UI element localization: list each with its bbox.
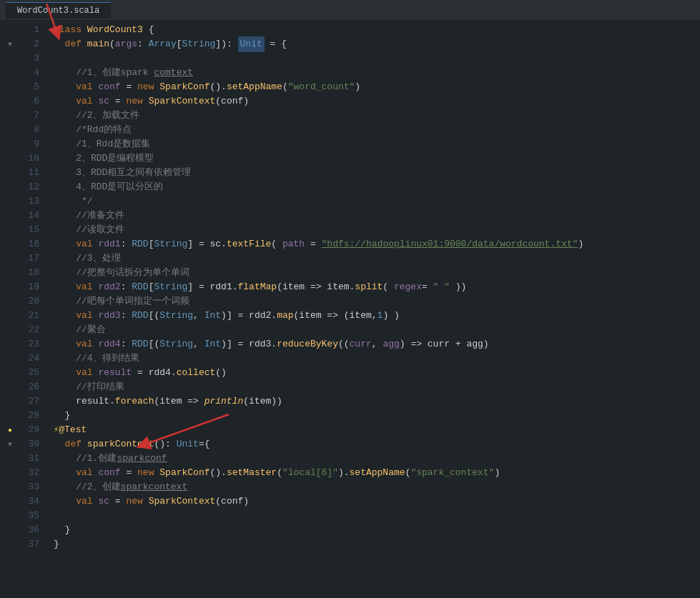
line-24: //4、得到结果 (54, 352, 700, 366)
line-36: } (54, 523, 700, 537)
gutter-26 (5, 380, 15, 394)
gutter-5 (5, 80, 15, 94)
file-tab[interactable]: WordCount3.scala (6, 2, 111, 19)
code-editor: WordCount3.scala ▼ (0, 0, 700, 598)
line-16: val rdd1: RDD[String] = sc.textFile( pat… (54, 237, 700, 251)
gutter-27 (5, 394, 15, 409)
line-8: /*Rdd的特点 (54, 123, 700, 137)
gutter-23 (5, 337, 15, 352)
line-17: //3、处理 (54, 251, 700, 266)
line-21: val rdd3: RDD[(String, Int)] = rdd2.map(… (54, 309, 700, 323)
line-35 (54, 509, 700, 523)
gutter-32 (5, 466, 15, 480)
line-18: //把整句话拆分为单个单词 (54, 266, 700, 280)
gutter-31 (5, 452, 15, 466)
gutter-18 (5, 266, 15, 280)
gutter-10 (5, 151, 15, 166)
line-34: val sc = new SparkContext(conf) (54, 494, 700, 509)
gutter-22 (5, 323, 15, 337)
gutter-1 (5, 23, 15, 37)
gutter-14 (5, 209, 15, 223)
line-30: def sparkContext(): Unit={ (54, 437, 700, 452)
line-33: //2、创建sparkcontext (54, 480, 700, 494)
gutter-33 (5, 480, 15, 494)
line-11: 3、RDD相互之间有依赖管理 (54, 166, 700, 180)
gutter-34 (5, 494, 15, 509)
gutter-3 (5, 51, 15, 66)
gutter-15 (5, 223, 15, 237)
gutter-24 (5, 352, 15, 366)
line-29: ⚡@Test (54, 423, 700, 437)
line-15: //读取文件 (54, 223, 700, 237)
gutter-7 (5, 109, 15, 123)
line-27: result.foreach(item => println(item)) (54, 394, 700, 409)
gutter-36 (5, 523, 15, 537)
line-13: */ (54, 194, 700, 209)
line-3 (54, 51, 700, 66)
line-37: } (54, 537, 700, 552)
gutter-13 (5, 194, 15, 209)
gutter-21 (5, 309, 15, 323)
line-31: //1.创建sparkconf (54, 452, 700, 466)
line-6: val sc = new SparkContext(conf) (54, 94, 700, 109)
line-23: val rdd4: RDD[(String, Int)] = rdd3.redu… (54, 337, 700, 352)
line-12: 4、RDD是可以分区的 (54, 180, 700, 194)
gutter: ▼ ● ▼ (0, 20, 20, 598)
tab-bar: WordCount3.scala (0, 0, 700, 20)
line-20: //吧每个单词指定一个词频 (54, 294, 700, 309)
line-26: //打印结果 (54, 380, 700, 394)
gutter-9 (5, 137, 15, 151)
code-content[interactable]: class WordCount3 { def main(args: Array[… (45, 20, 700, 598)
line-9: /1、Rdd是数据集 (54, 137, 700, 151)
gutter-29: ● (5, 423, 15, 437)
gutter-8 (5, 123, 15, 137)
line-22: //聚合 (54, 323, 700, 337)
line-32: val conf = new SparkConf().setMaster("lo… (54, 466, 700, 480)
line-7: //2、加载文件 (54, 109, 700, 123)
gutter-20 (5, 294, 15, 309)
line-28: } (54, 409, 700, 423)
gutter-17 (5, 251, 15, 266)
line-25: val result = rdd4.collect() (54, 366, 700, 380)
line-2: def main(args: Array[String]): Unit = { (54, 37, 700, 51)
gutter-25 (5, 366, 15, 380)
gutter-4 (5, 66, 15, 80)
gutter-28 (5, 409, 15, 423)
line-10: 2、RDD是编程模型 (54, 151, 700, 166)
gutter-30[interactable]: ▼ (5, 437, 15, 452)
line-5: val conf = new SparkConf().setAppName("w… (54, 80, 700, 94)
line-19: val rdd2: RDD[String] = rdd1.flatMap(ite… (54, 280, 700, 294)
line-numbers: 12345 678910 1112131415 1617181920 21222… (20, 20, 45, 598)
line-14: //准备文件 (54, 209, 700, 223)
gutter-2[interactable]: ▼ (5, 37, 15, 51)
code-area: ▼ ● ▼ (0, 20, 700, 598)
line-1: class WordCount3 { (54, 23, 700, 37)
gutter-16 (5, 237, 15, 251)
gutter-35 (5, 509, 15, 523)
gutter-12 (5, 180, 15, 194)
line-4: //1、创建spark comtext (54, 66, 700, 80)
gutter-37 (5, 537, 15, 552)
gutter-19 (5, 280, 15, 294)
gutter-11 (5, 166, 15, 180)
gutter-6 (5, 94, 15, 109)
